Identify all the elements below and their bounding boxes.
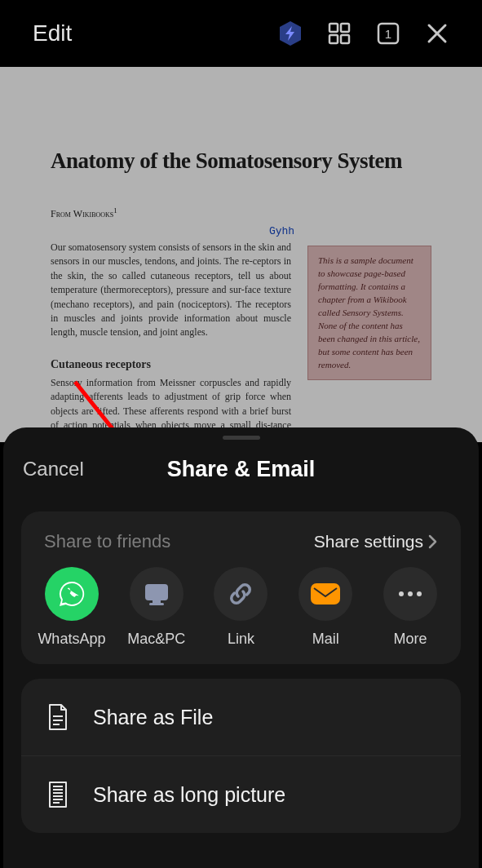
edit-button[interactable]: Edit — [33, 20, 72, 46]
svg-point-22 — [399, 591, 404, 596]
mail-icon — [310, 582, 341, 606]
svg-rect-21 — [311, 583, 340, 604]
share-target-macpc[interactable]: Mac&PC — [114, 567, 199, 648]
more-icon — [396, 589, 424, 599]
share-as-long-picture-button[interactable]: Share as long picture — [21, 755, 461, 833]
sheet-header: Cancel Share & Email — [3, 445, 479, 494]
svg-rect-2 — [329, 24, 338, 32]
svg-text:1: 1 — [385, 27, 391, 41]
svg-rect-5 — [341, 35, 349, 43]
sheet-grabber[interactable] — [223, 436, 260, 440]
share-target-mail[interactable]: Mail — [283, 567, 368, 648]
cancel-button[interactable]: Cancel — [23, 458, 84, 480]
grid-icon[interactable] — [317, 11, 361, 55]
share-target-link[interactable]: Link — [199, 567, 284, 648]
sheet-title: Share & Email — [167, 457, 316, 482]
svg-rect-4 — [329, 35, 338, 43]
svg-rect-19 — [153, 600, 161, 603]
svg-point-24 — [417, 591, 422, 596]
svg-rect-3 — [341, 24, 349, 32]
share-as-file-button[interactable]: Share as File — [21, 679, 461, 755]
tab-count-button[interactable]: 1 — [366, 11, 410, 55]
monitor-icon — [144, 582, 170, 606]
share-to-friends-card: Share to friends Share settings — [21, 512, 461, 664]
share-options-card: Share as File Share as long picture — [21, 679, 461, 833]
whatsapp-icon — [45, 567, 99, 621]
lightning-app-icon[interactable] — [268, 11, 312, 55]
share-target-whatsapp[interactable]: WhatsApp — [29, 567, 114, 648]
share-settings-button[interactable]: Share settings — [314, 532, 438, 551]
svg-rect-18 — [145, 584, 168, 600]
close-icon[interactable] — [415, 11, 459, 55]
top-toolbar: Edit 1 — [0, 0, 482, 67]
long-picture-icon — [44, 781, 72, 808]
share-sheet: Cancel Share & Email Share to friends Sh… — [3, 427, 479, 868]
svg-rect-20 — [149, 603, 164, 605]
share-to-friends-label: Share to friends — [44, 531, 314, 552]
link-icon — [227, 580, 254, 608]
file-icon — [44, 703, 72, 731]
chevron-right-icon — [428, 534, 438, 549]
share-target-more[interactable]: More — [368, 567, 453, 648]
svg-point-23 — [408, 591, 413, 596]
